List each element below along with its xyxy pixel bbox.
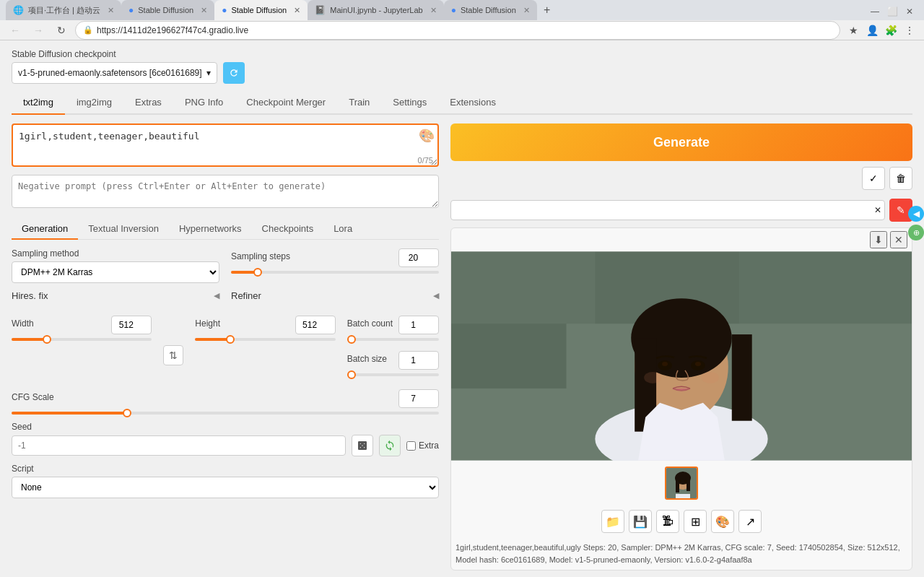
sampling-steps-group: Sampling steps 20 — [231, 248, 439, 283]
width-slider[interactable] — [12, 338, 152, 341]
dice-icon — [357, 440, 368, 451]
tab-5[interactable]: ● Stable Diffusion ✕ — [444, 0, 537, 20]
tab-txt2img[interactable]: txt2img — [12, 91, 65, 115]
seed-label: Seed — [12, 422, 439, 432]
sampling-method-label: Sampling method — [12, 248, 219, 259]
right-panel: Generate ✓ 🗑 ✕ ✎ — [450, 123, 912, 571]
cfg-scale-label: CFG Scale — [12, 392, 54, 402]
cfg-scale-slider[interactable] — [12, 412, 439, 415]
save-button[interactable]: 💾 — [629, 510, 652, 533]
subtab-lora[interactable]: Lora — [323, 219, 362, 240]
tab-checkpoint-merger[interactable]: Checkpoint Merger — [235, 91, 337, 115]
extensions-icon[interactable]: 🧩 — [882, 22, 899, 39]
refiner-arrow[interactable]: ◀ — [433, 291, 439, 300]
refresh-button[interactable] — [223, 62, 245, 84]
positive-prompt[interactable]: 1girl,student,teenager,beautiful — [12, 123, 439, 167]
tab1-favicon: 🌐 — [13, 5, 24, 15]
right-col: Generate ✓ 🗑 ✕ ✎ — [450, 123, 912, 571]
extra-panel-button[interactable]: ⊕ — [908, 225, 924, 240]
tab-2[interactable]: ● Stable Diffusion ✕ — [121, 0, 214, 20]
download-image-button[interactable]: ⬇ — [870, 231, 887, 248]
sidebar-toggle-button[interactable]: ◀ — [908, 206, 924, 222]
tab-extras[interactable]: Extras — [123, 91, 173, 115]
expand-button[interactable]: ↗ — [738, 510, 762, 533]
profile-icon[interactable]: 👤 — [863, 22, 881, 39]
minimize-button[interactable]: — — [866, 3, 884, 20]
subtab-textual-inversion[interactable]: Textual Inversion — [78, 219, 169, 240]
subtab-hypernetworks[interactable]: Hypernetworks — [169, 219, 252, 240]
tab-4[interactable]: 📓 MainUI.jpynb - JupyterLab ✕ — [308, 0, 443, 20]
subtab-checkpoints[interactable]: Checkpoints — [252, 219, 324, 240]
save-folder-button[interactable]: 📁 — [601, 510, 624, 533]
back-button[interactable]: ← — [6, 21, 25, 40]
tab-1[interactable]: 🌐 项目·工作台 | 趋动云 ✕ — [6, 0, 121, 20]
tab5-close[interactable]: ✕ — [523, 6, 530, 15]
batch-size-input[interactable] — [398, 351, 439, 370]
tab4-close[interactable]: ✕ — [430, 6, 437, 15]
sampling-row: Sampling method DPM++ 2M Karras Sampling… — [12, 248, 439, 283]
cfg-scale-input[interactable] — [398, 389, 439, 408]
navigation-bar: ← → ↻ 🔒 https://1411d2e196627f47c4.gradi… — [0, 20, 924, 40]
height-input[interactable] — [295, 316, 336, 334]
script-select[interactable]: None — [12, 477, 439, 498]
batch-size-slider[interactable] — [347, 373, 439, 376]
tab-extensions[interactable]: Extensions — [438, 91, 507, 115]
tab-settings[interactable]: Settings — [381, 91, 438, 115]
forward-button[interactable]: → — [29, 21, 48, 40]
width-input[interactable] — [111, 316, 152, 334]
batch-size-header: Batch size — [347, 351, 439, 370]
refresh-icon — [229, 68, 239, 78]
sampling-method-select[interactable]: DPM++ 2M Karras — [12, 261, 219, 283]
url-text: https://1411d2e196627f47c4.gradio.live — [97, 25, 248, 35]
batch-count-input[interactable] — [398, 316, 439, 334]
seed-input[interactable] — [12, 435, 346, 456]
thumbnail-1[interactable] — [665, 467, 698, 500]
negative-prompt[interactable] — [12, 175, 439, 208]
batch-group: Batch count Batch size — [347, 316, 439, 382]
tab-3[interactable]: ● Stable Diffusion ✕ — [214, 0, 308, 20]
tab2-close[interactable]: ✕ — [201, 6, 207, 15]
tab1-close[interactable]: ✕ — [108, 6, 114, 15]
tab-png-info[interactable]: PNG Info — [173, 91, 235, 115]
close-window-button[interactable]: ✕ — [901, 3, 918, 20]
sampling-steps-label: Sampling steps — [231, 251, 290, 261]
tab4-favicon: 📓 — [315, 5, 326, 15]
prompt-container: 1girl,student,teenager,beautiful 0/75 🎨 — [12, 123, 439, 169]
generate-button[interactable]: Generate — [450, 123, 912, 161]
extra-checkbox[interactable] — [406, 441, 416, 451]
svg-rect-20 — [676, 478, 679, 493]
settings-icon[interactable]: ⋮ — [901, 22, 918, 39]
checkpoint-dropdown[interactable]: v1-5-pruned-emaonly.safetensors [6ce0161… — [12, 62, 217, 84]
height-slider[interactable] — [195, 338, 335, 341]
new-tab-button[interactable]: + — [537, 0, 557, 20]
skip-button[interactable]: 🗑 — [889, 167, 912, 190]
hires-fix-arrow[interactable]: ◀ — [214, 291, 219, 300]
thumbnail-image — [666, 468, 698, 500]
bookmarks-icon[interactable]: ★ — [845, 22, 862, 39]
style-dropdown[interactable]: ✕ — [450, 200, 885, 220]
interrupt-button[interactable]: ✓ — [862, 167, 885, 190]
generated-image-container — [451, 251, 912, 461]
tab3-close[interactable]: ✕ — [294, 6, 300, 15]
batch-count-slider[interactable] — [347, 338, 439, 341]
reload-button[interactable]: ↻ — [52, 21, 71, 40]
grid-button[interactable]: ⊞ — [684, 510, 707, 533]
zip-button[interactable]: 🗜 — [656, 510, 679, 533]
cfg-scale-header: CFG Scale — [12, 389, 439, 408]
extra-label: Extra — [419, 441, 439, 451]
tab-img2img[interactable]: img2img — [65, 91, 123, 115]
dice-button[interactable] — [352, 435, 373, 456]
close-image-button[interactable]: ✕ — [890, 231, 907, 248]
swap-dimensions-button[interactable]: ⇅ — [163, 345, 183, 365]
restore-button[interactable]: ⬜ — [884, 3, 901, 20]
sampling-steps-slider[interactable] — [231, 271, 439, 274]
address-bar[interactable]: 🔒 https://1411d2e196627f47c4.gradio.live — [75, 21, 840, 40]
subtab-generation[interactable]: Generation — [12, 219, 78, 240]
tab-bar: 🌐 项目·工作台 | 趋动云 ✕ ● Stable Diffusion ✕ ● … — [0, 0, 924, 20]
tab-train[interactable]: Train — [337, 91, 381, 115]
seed-section: Seed Extra — [12, 422, 439, 456]
recycle-button[interactable] — [379, 435, 401, 456]
sampling-steps-input[interactable]: 20 — [398, 248, 439, 267]
svg-point-23 — [684, 480, 687, 482]
palette-button[interactable]: 🎨 — [711, 510, 734, 533]
